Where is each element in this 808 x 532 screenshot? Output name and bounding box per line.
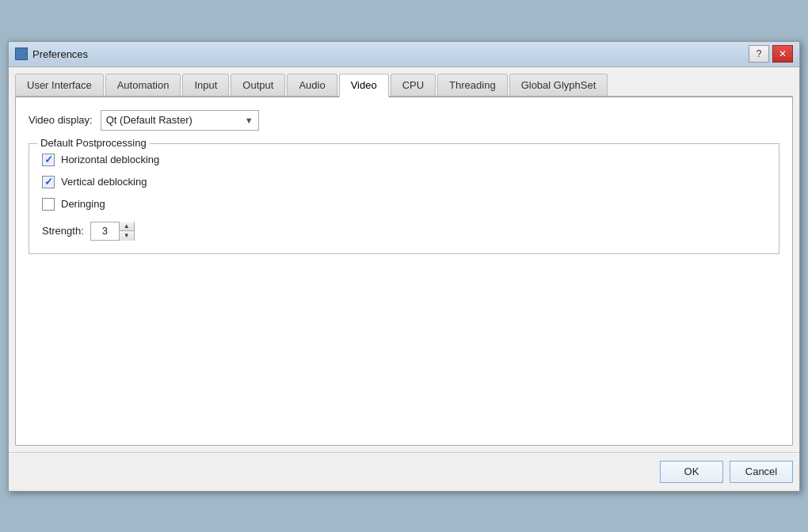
strength-value: 3 xyxy=(91,222,120,240)
deringing-row: Deringing xyxy=(42,198,766,211)
footer: OK Cancel xyxy=(9,452,799,491)
horizontal-deblocking-row: ✓ Horizontal deblocking xyxy=(42,154,766,166)
check-icon: ✓ xyxy=(44,154,53,165)
spinner-up-button[interactable]: ▲ xyxy=(120,222,134,231)
video-display-dropdown[interactable]: Qt (Default Raster) ▼ xyxy=(101,110,259,131)
strength-spinner[interactable]: 3 ▲ ▼ xyxy=(90,222,135,241)
video-display-label: Video display: xyxy=(29,114,93,126)
horizontal-deblocking-checkbox[interactable]: ✓ xyxy=(42,154,55,166)
tab-video[interactable]: Video xyxy=(339,74,389,97)
tab-input[interactable]: Input xyxy=(182,74,229,96)
deringing-checkbox[interactable] xyxy=(42,198,55,211)
group-box-title: Default Postprocessing xyxy=(37,137,150,149)
close-button[interactable]: ✕ xyxy=(772,45,793,63)
app-icon xyxy=(15,48,28,60)
tab-user-interface[interactable]: User Interface xyxy=(15,74,104,96)
help-button[interactable]: ? xyxy=(749,45,769,63)
deringing-label: Deringing xyxy=(61,198,105,210)
vertical-deblocking-row: ✓ Vertical deblocking xyxy=(42,176,766,188)
window-body: User Interface Automation Input Output A… xyxy=(9,67,799,452)
spinner-buttons: ▲ ▼ xyxy=(120,222,134,241)
title-bar-buttons: ? ✕ xyxy=(749,45,793,63)
tab-audio[interactable]: Audio xyxy=(287,74,337,96)
spinner-down-button[interactable]: ▼ xyxy=(120,231,134,241)
video-display-row: Video display: Qt (Default Raster) ▼ xyxy=(29,110,779,131)
dropdown-arrow-icon: ▼ xyxy=(245,116,253,125)
tab-content-video: Video display: Qt (Default Raster) ▼ Def… xyxy=(15,97,793,446)
ok-button[interactable]: OK xyxy=(660,461,723,483)
strength-label: Strength: xyxy=(42,225,84,237)
title-bar-left: Preferences xyxy=(15,48,88,60)
vertical-deblocking-label: Vertical deblocking xyxy=(61,176,147,188)
video-display-value: Qt (Default Raster) xyxy=(106,114,245,126)
vertical-deblocking-checkbox[interactable]: ✓ xyxy=(42,176,55,188)
tab-global-glyphset[interactable]: Global GlyphSet xyxy=(509,74,608,96)
title-bar: Preferences ? ✕ xyxy=(9,42,799,67)
tab-threading[interactable]: Threading xyxy=(437,74,508,96)
tab-output[interactable]: Output xyxy=(231,74,285,96)
cancel-button[interactable]: Cancel xyxy=(730,461,793,483)
tab-cpu[interactable]: CPU xyxy=(391,74,436,96)
window-title: Preferences xyxy=(32,48,88,60)
strength-row: Strength: 3 ▲ ▼ xyxy=(42,222,766,241)
horizontal-deblocking-label: Horizontal deblocking xyxy=(61,154,159,165)
tabs-row: User Interface Automation Input Output A… xyxy=(15,74,793,97)
preferences-window: Preferences ? ✕ User Interface Automatio… xyxy=(8,41,800,492)
check-icon-2: ✓ xyxy=(44,177,53,187)
tab-automation[interactable]: Automation xyxy=(105,74,181,96)
default-postprocessing-group: Default Postprocessing ✓ Horizontal debl… xyxy=(29,143,779,254)
